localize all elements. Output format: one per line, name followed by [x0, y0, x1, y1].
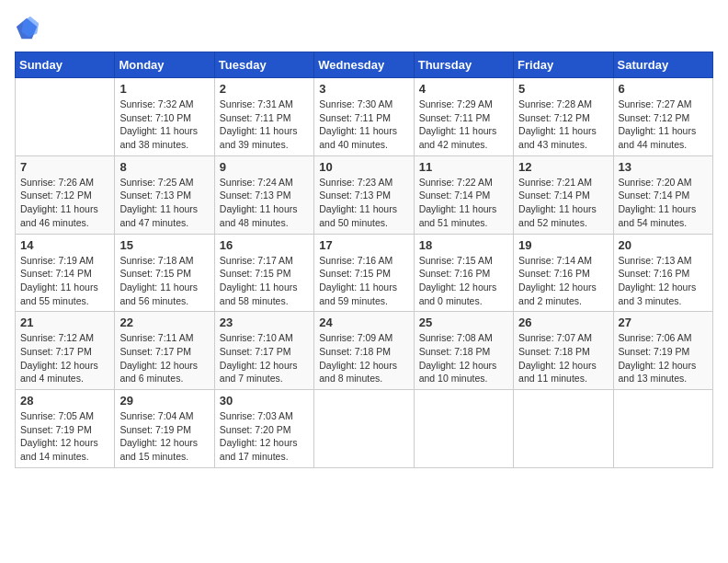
calendar-cell: 15 Sunrise: 7:18 AM Sunset: 7:15 PM Dayl…: [115, 234, 214, 312]
page-header: [15, 15, 713, 40]
day-number: 1: [119, 82, 209, 96]
calendar-cell: 29 Sunrise: 7:04 AM Sunset: 7:19 PM Dayl…: [115, 390, 214, 468]
weekday-header-wednesday: Wednesday: [314, 52, 414, 78]
day-info: Sunrise: 7:28 AM Sunset: 7:12 PM Dayligh…: [518, 98, 608, 152]
day-number: 22: [119, 316, 209, 329]
day-info: Sunrise: 7:26 AM Sunset: 7:12 PM Dayligh…: [20, 176, 109, 230]
day-info: Sunrise: 7:14 AM Sunset: 7:16 PM Dayligh…: [518, 254, 608, 308]
day-number: 11: [419, 160, 508, 174]
day-number: 13: [619, 160, 708, 174]
weekday-header-friday: Friday: [514, 52, 613, 78]
calendar-week-3: 14 Sunrise: 7:19 AM Sunset: 7:14 PM Dayl…: [16, 234, 713, 312]
calendar-week-2: 7 Sunrise: 7:26 AM Sunset: 7:12 PM Dayli…: [16, 155, 713, 234]
day-info: Sunrise: 7:03 AM Sunset: 7:20 PM Dayligh…: [220, 409, 309, 464]
calendar-week-4: 21 Sunrise: 7:12 AM Sunset: 7:17 PM Dayl…: [16, 312, 713, 390]
day-number: 17: [319, 238, 408, 252]
weekday-header-saturday: Saturday: [613, 52, 712, 78]
weekday-header-row: SundayMondayTuesdayWednesdayThursdayFrid…: [16, 52, 713, 78]
calendar-cell: [16, 78, 115, 156]
weekday-header-monday: Monday: [115, 52, 214, 78]
day-info: Sunrise: 7:25 AM Sunset: 7:13 PM Dayligh…: [119, 176, 209, 230]
day-number: 8: [119, 160, 209, 174]
day-info: Sunrise: 7:30 AM Sunset: 7:11 PM Dayligh…: [319, 98, 408, 152]
day-number: 27: [619, 316, 708, 329]
weekday-header-tuesday: Tuesday: [214, 52, 313, 78]
day-number: 29: [119, 394, 209, 408]
day-number: 20: [619, 238, 708, 252]
day-info: Sunrise: 7:15 AM Sunset: 7:16 PM Dayligh…: [419, 254, 508, 308]
calendar-cell: 21 Sunrise: 7:12 AM Sunset: 7:17 PM Dayl…: [16, 312, 115, 390]
day-number: 7: [20, 160, 109, 174]
day-info: Sunrise: 7:07 AM Sunset: 7:18 PM Dayligh…: [518, 331, 608, 385]
day-info: Sunrise: 7:23 AM Sunset: 7:13 PM Dayligh…: [319, 176, 408, 230]
day-info: Sunrise: 7:10 AM Sunset: 7:17 PM Dayligh…: [220, 331, 309, 385]
day-number: 24: [319, 316, 408, 329]
day-number: 19: [518, 238, 608, 252]
calendar-cell: 28 Sunrise: 7:05 AM Sunset: 7:19 PM Dayl…: [16, 390, 115, 468]
calendar-cell: 25 Sunrise: 7:08 AM Sunset: 7:18 PM Dayl…: [414, 312, 513, 390]
calendar-cell: 8 Sunrise: 7:25 AM Sunset: 7:13 PM Dayli…: [115, 155, 214, 234]
logo-icon: [15, 15, 40, 40]
logo: [15, 15, 44, 40]
calendar-cell: 20 Sunrise: 7:13 AM Sunset: 7:16 PM Dayl…: [613, 234, 712, 312]
day-number: 10: [319, 160, 408, 174]
calendar-cell: 5 Sunrise: 7:28 AM Sunset: 7:12 PM Dayli…: [514, 78, 613, 156]
calendar-cell: [613, 390, 712, 468]
calendar-cell: 14 Sunrise: 7:19 AM Sunset: 7:14 PM Dayl…: [16, 234, 115, 312]
calendar-cell: 4 Sunrise: 7:29 AM Sunset: 7:11 PM Dayli…: [414, 78, 513, 156]
calendar-cell: 16 Sunrise: 7:17 AM Sunset: 7:15 PM Dayl…: [214, 234, 313, 312]
calendar-cell: [314, 390, 414, 468]
day-info: Sunrise: 7:31 AM Sunset: 7:11 PM Dayligh…: [220, 98, 309, 152]
day-info: Sunrise: 7:32 AM Sunset: 7:10 PM Dayligh…: [119, 98, 209, 152]
calendar-cell: 30 Sunrise: 7:03 AM Sunset: 7:20 PM Dayl…: [214, 390, 313, 468]
day-info: Sunrise: 7:20 AM Sunset: 7:14 PM Dayligh…: [619, 176, 708, 230]
day-number: 14: [20, 238, 109, 252]
weekday-header-thursday: Thursday: [414, 52, 513, 78]
day-info: Sunrise: 7:11 AM Sunset: 7:17 PM Dayligh…: [119, 331, 209, 385]
day-number: 15: [119, 238, 209, 252]
calendar-cell: 10 Sunrise: 7:23 AM Sunset: 7:13 PM Dayl…: [314, 155, 414, 234]
day-number: 18: [419, 238, 508, 252]
calendar-cell: 9 Sunrise: 7:24 AM Sunset: 7:13 PM Dayli…: [214, 155, 313, 234]
day-info: Sunrise: 7:12 AM Sunset: 7:17 PM Dayligh…: [20, 331, 109, 385]
calendar-cell: 23 Sunrise: 7:10 AM Sunset: 7:17 PM Dayl…: [214, 312, 313, 390]
day-number: 25: [419, 316, 508, 329]
calendar-cell: 18 Sunrise: 7:15 AM Sunset: 7:16 PM Dayl…: [414, 234, 513, 312]
calendar-cell: [514, 390, 613, 468]
calendar-cell: 17 Sunrise: 7:16 AM Sunset: 7:15 PM Dayl…: [314, 234, 414, 312]
calendar-week-5: 28 Sunrise: 7:05 AM Sunset: 7:19 PM Dayl…: [16, 390, 713, 468]
day-number: 3: [319, 82, 408, 96]
day-info: Sunrise: 7:19 AM Sunset: 7:14 PM Dayligh…: [20, 254, 109, 308]
day-info: Sunrise: 7:05 AM Sunset: 7:19 PM Dayligh…: [20, 409, 109, 464]
day-number: 16: [220, 238, 309, 252]
calendar-table: SundayMondayTuesdayWednesdayThursdayFrid…: [15, 52, 713, 468]
day-info: Sunrise: 7:04 AM Sunset: 7:19 PM Dayligh…: [119, 409, 209, 464]
day-number: 21: [20, 316, 109, 329]
day-number: 2: [220, 82, 309, 96]
calendar-cell: 2 Sunrise: 7:31 AM Sunset: 7:11 PM Dayli…: [214, 78, 313, 156]
calendar-cell: 3 Sunrise: 7:30 AM Sunset: 7:11 PM Dayli…: [314, 78, 414, 156]
day-info: Sunrise: 7:24 AM Sunset: 7:13 PM Dayligh…: [220, 176, 309, 230]
calendar-cell: 27 Sunrise: 7:06 AM Sunset: 7:19 PM Dayl…: [613, 312, 712, 390]
calendar-cell: 1 Sunrise: 7:32 AM Sunset: 7:10 PM Dayli…: [115, 78, 214, 156]
weekday-header-sunday: Sunday: [16, 52, 115, 78]
day-number: 9: [220, 160, 309, 174]
calendar-cell: 11 Sunrise: 7:22 AM Sunset: 7:14 PM Dayl…: [414, 155, 513, 234]
calendar-cell: 7 Sunrise: 7:26 AM Sunset: 7:12 PM Dayli…: [16, 155, 115, 234]
day-number: 28: [20, 394, 109, 408]
day-number: 23: [220, 316, 309, 329]
day-number: 26: [518, 316, 608, 329]
day-number: 6: [619, 82, 708, 96]
day-info: Sunrise: 7:06 AM Sunset: 7:19 PM Dayligh…: [619, 331, 708, 385]
calendar-cell: 19 Sunrise: 7:14 AM Sunset: 7:16 PM Dayl…: [514, 234, 613, 312]
day-info: Sunrise: 7:29 AM Sunset: 7:11 PM Dayligh…: [419, 98, 508, 152]
calendar-cell: 26 Sunrise: 7:07 AM Sunset: 7:18 PM Dayl…: [514, 312, 613, 390]
day-info: Sunrise: 7:27 AM Sunset: 7:12 PM Dayligh…: [619, 98, 708, 152]
day-info: Sunrise: 7:16 AM Sunset: 7:15 PM Dayligh…: [319, 254, 408, 308]
day-number: 12: [518, 160, 608, 174]
calendar-cell: 24 Sunrise: 7:09 AM Sunset: 7:18 PM Dayl…: [314, 312, 414, 390]
day-info: Sunrise: 7:13 AM Sunset: 7:16 PM Dayligh…: [619, 254, 708, 308]
day-info: Sunrise: 7:18 AM Sunset: 7:15 PM Dayligh…: [119, 254, 209, 308]
day-number: 5: [518, 82, 608, 96]
day-info: Sunrise: 7:17 AM Sunset: 7:15 PM Dayligh…: [220, 254, 309, 308]
